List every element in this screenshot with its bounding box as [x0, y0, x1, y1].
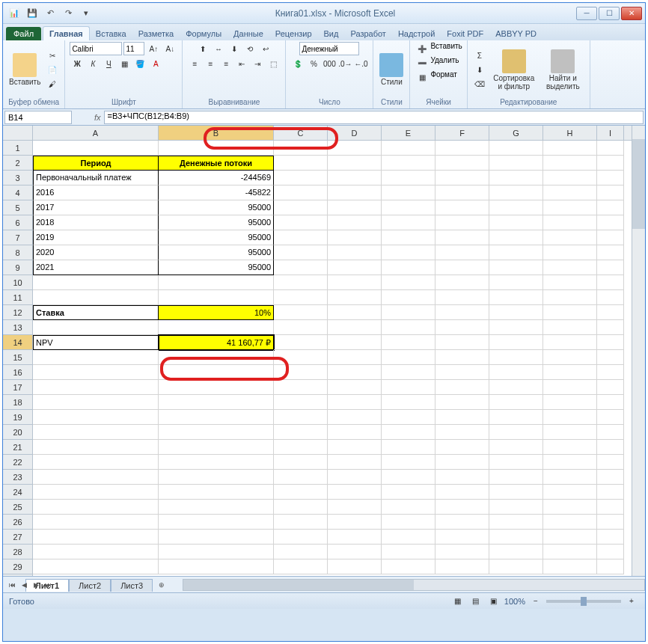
cell-I23[interactable] — [597, 470, 624, 485]
cell-D29[interactable] — [328, 559, 382, 574]
cell-B24[interactable] — [159, 485, 274, 500]
cell-B26[interactable] — [159, 515, 274, 530]
paste-button[interactable]: Вставить — [7, 52, 42, 88]
row-header-23[interactable]: 23 — [3, 470, 32, 485]
cell-G16[interactable] — [489, 365, 543, 380]
cell-G5[interactable] — [489, 200, 543, 215]
cell-A15[interactable] — [33, 350, 159, 365]
cell-A23[interactable] — [33, 470, 159, 485]
cell-A18[interactable] — [33, 395, 159, 410]
col-header-D[interactable]: D — [328, 126, 382, 140]
cell-H20[interactable] — [543, 425, 597, 440]
cell-A26[interactable] — [33, 515, 159, 530]
format-cells-label[interactable]: Формат — [430, 70, 457, 84]
cell-A29[interactable] — [33, 559, 159, 574]
cell-B10[interactable] — [159, 275, 274, 290]
cell-H11[interactable] — [543, 290, 597, 305]
save-icon[interactable]: 💾 — [24, 6, 40, 21]
cell-H2[interactable] — [543, 156, 597, 171]
cell-H12[interactable] — [543, 305, 597, 320]
undo-icon[interactable]: ↶ — [42, 6, 58, 21]
currency-icon[interactable]: 💲 — [290, 57, 305, 70]
cell-D24[interactable] — [328, 485, 382, 500]
cell-D25[interactable] — [328, 500, 382, 515]
cell-D10[interactable] — [328, 275, 382, 290]
zoom-out-icon[interactable]: − — [528, 595, 543, 608]
cell-H19[interactable] — [543, 410, 597, 425]
cell-F27[interactable] — [435, 530, 489, 545]
cell-D11[interactable] — [328, 290, 382, 305]
cell-D26[interactable] — [328, 515, 382, 530]
first-sheet-icon[interactable]: ⏮ — [6, 579, 18, 591]
tab-foxit[interactable]: Foxit PDF — [441, 27, 489, 40]
zoom-slider[interactable] — [546, 600, 621, 603]
cell-I14[interactable] — [597, 335, 624, 350]
sort-filter-button[interactable]: Сортировка и фильтр — [490, 48, 538, 92]
cell-F9[interactable] — [435, 260, 489, 275]
col-header-I[interactable]: I — [597, 126, 624, 140]
cell-G8[interactable] — [489, 245, 543, 260]
cell-F20[interactable] — [435, 425, 489, 440]
row-header-18[interactable]: 18 — [3, 395, 32, 410]
cell-C16[interactable] — [274, 365, 328, 380]
fill-color-icon[interactable]: 🪣 — [132, 57, 147, 70]
row-header-3[interactable]: 3 — [3, 171, 32, 185]
bold-icon[interactable]: Ж — [70, 57, 85, 70]
cell-G3[interactable] — [489, 171, 543, 185]
cell-E1[interactable] — [382, 141, 435, 156]
cell-F7[interactable] — [435, 230, 489, 245]
cell-I2[interactable] — [597, 156, 624, 171]
cell-F2[interactable] — [435, 156, 489, 171]
cell-B11[interactable] — [159, 290, 274, 305]
cell-C25[interactable] — [274, 500, 328, 515]
cell-F4[interactable] — [435, 185, 489, 200]
cell-F5[interactable] — [435, 200, 489, 215]
wrap-text-icon[interactable]: ↩ — [258, 42, 273, 55]
format-cells-icon[interactable]: ▦ — [415, 70, 430, 84]
row-header-21[interactable]: 21 — [3, 440, 32, 455]
cell-E11[interactable] — [382, 290, 435, 305]
cell-B7[interactable]: 95000 — [159, 230, 274, 245]
cell-I5[interactable] — [597, 200, 624, 215]
cell-D23[interactable] — [328, 470, 382, 485]
cell-C17[interactable] — [274, 380, 328, 395]
cell-A28[interactable] — [33, 545, 159, 559]
cell-A14[interactable]: NPV — [33, 335, 159, 350]
cell-B16[interactable] — [159, 365, 274, 380]
cell-D3[interactable] — [328, 171, 382, 185]
cell-I3[interactable] — [597, 171, 624, 185]
cell-B14[interactable]: 41 160,77 ₽ — [159, 335, 274, 350]
cell-H29[interactable] — [543, 559, 597, 574]
styles-button[interactable]: Стили — [378, 52, 405, 88]
formula-input[interactable]: =B3+ЧПС(B12;B4:B9) — [104, 111, 644, 124]
cell-G25[interactable] — [489, 500, 543, 515]
cell-D22[interactable] — [328, 455, 382, 470]
align-top-icon[interactable]: ⬆ — [195, 42, 210, 55]
cell-F26[interactable] — [435, 515, 489, 530]
cell-I8[interactable] — [597, 245, 624, 260]
excel-icon[interactable]: 📊 — [6, 6, 22, 21]
row-header-22[interactable]: 22 — [3, 455, 32, 470]
cell-G21[interactable] — [489, 440, 543, 455]
cell-F13[interactable] — [435, 320, 489, 335]
cell-B25[interactable] — [159, 500, 274, 515]
cell-E20[interactable] — [382, 425, 435, 440]
cell-B6[interactable]: 95000 — [159, 215, 274, 230]
cell-H23[interactable] — [543, 470, 597, 485]
row-header-5[interactable]: 5 — [3, 200, 32, 215]
cell-D16[interactable] — [328, 365, 382, 380]
cell-C26[interactable] — [274, 515, 328, 530]
cell-C4[interactable] — [274, 185, 328, 200]
cell-B29[interactable] — [159, 559, 274, 574]
cell-D28[interactable] — [328, 545, 382, 559]
row-header-4[interactable]: 4 — [3, 185, 32, 200]
file-tab[interactable]: Файл — [6, 27, 41, 40]
redo-icon[interactable]: ↷ — [60, 6, 76, 21]
cell-A1[interactable] — [33, 141, 159, 156]
cell-B18[interactable] — [159, 395, 274, 410]
cell-G22[interactable] — [489, 455, 543, 470]
cell-F16[interactable] — [435, 365, 489, 380]
cell-G17[interactable] — [489, 380, 543, 395]
row-header-8[interactable]: 8 — [3, 245, 32, 260]
cell-H10[interactable] — [543, 275, 597, 290]
